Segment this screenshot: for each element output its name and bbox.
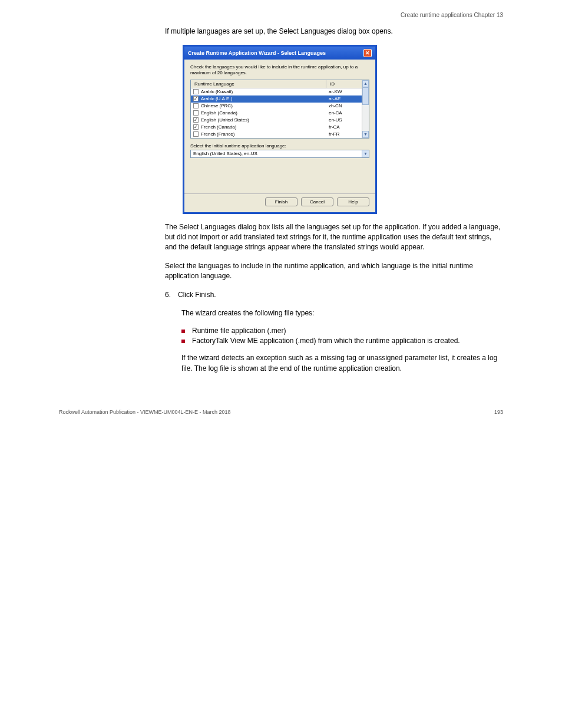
list-item-id: en-CA: [326, 110, 362, 116]
step-6: 6.Click Finish.: [165, 290, 501, 300]
list-item-id: zh-CN: [326, 103, 362, 108]
list-item-label: Arabic (Kuwait): [201, 89, 326, 94]
close-icon[interactable]: ✕: [363, 49, 372, 57]
list-item[interactable]: English (Canada) en-CA: [191, 110, 362, 117]
finish-button[interactable]: Finish: [265, 197, 297, 206]
checkbox[interactable]: ✓: [193, 117, 199, 123]
list-item-id: en-US: [326, 117, 362, 123]
paragraph: The Select Languages dialog box lists al…: [165, 222, 501, 253]
page-footer: Rockwell Automation Publication - VIEWME…: [59, 409, 503, 415]
list-item-label: Arabic (U.A.E.): [201, 96, 326, 101]
list-item-id: ar-KW: [326, 89, 362, 94]
select-languages-dialog: Create Runtime Application Wizard - Sele…: [183, 45, 377, 213]
list-item-label: French (Canada): [201, 124, 326, 130]
list-item-label: Chinese (PRC): [201, 103, 326, 108]
list-item-id: fr-FR: [326, 131, 362, 137]
list-item[interactable]: French (France) fr-FR: [191, 131, 362, 138]
checkbox[interactable]: [193, 131, 199, 137]
scroll-thumb[interactable]: [362, 87, 369, 105]
dialog-figure: Create Runtime Application Wizard - Sele…: [183, 45, 503, 213]
list-item[interactable]: Chinese (PRC) zh-CN: [191, 103, 362, 110]
list-item-id: fr-CA: [326, 124, 362, 130]
dialog-separator: [184, 193, 375, 194]
list-item[interactable]: Arabic (Kuwait) ar-KW: [191, 88, 362, 95]
page-running-header: Create runtime applications Chapter 13: [59, 12, 503, 18]
dialog-description: Check the languages you would like to in…: [190, 64, 369, 75]
col-header-id[interactable]: ID: [326, 80, 362, 88]
footer-left: Rockwell Automation Publication - VIEWME…: [59, 409, 231, 415]
scroll-down-icon[interactable]: ▼: [362, 131, 369, 138]
dialog-titlebar[interactable]: Create Runtime Application Wizard - Sele…: [184, 47, 375, 60]
bullet-item: FactoryTalk View ME application (.med) f…: [181, 337, 500, 345]
footer-right: 193: [494, 409, 503, 415]
scrollbar[interactable]: ▲ ▼: [362, 80, 369, 138]
chevron-down-icon[interactable]: ▼: [362, 150, 369, 157]
checkbox[interactable]: [193, 110, 199, 116]
language-listbox[interactable]: Runtime Language ID Arabic (Kuwait) ar-K…: [190, 80, 369, 139]
list-item[interactable]: ✓ French (Canada) fr-CA: [191, 124, 362, 131]
bullet-text: FactoryTalk View ME application (.med) f…: [192, 337, 460, 345]
list-item-label: English (United States): [201, 117, 326, 123]
square-bullet-icon: [181, 340, 185, 343]
initial-language-select[interactable]: English (United States), en-US ▼: [190, 150, 369, 158]
intro-text: If multiple languages are set up, the Se…: [165, 27, 501, 37]
bullet-text: Runtime file application (.mer): [192, 327, 286, 335]
checkbox[interactable]: ✓: [193, 124, 199, 130]
col-header-language[interactable]: Runtime Language: [191, 80, 326, 88]
paragraph: Select the languages to include in the r…: [165, 261, 501, 282]
list-item-label: English (Canada): [201, 110, 326, 116]
checkbox[interactable]: [193, 89, 199, 94]
help-button[interactable]: Help: [337, 197, 369, 206]
checkbox[interactable]: [193, 103, 199, 108]
initial-language-value: English (United States), en-US: [191, 151, 362, 156]
list-item-id: ar-AE: [326, 96, 362, 101]
list-item-label: French (France): [201, 131, 326, 137]
list-item[interactable]: ✓ Arabic (U.A.E.) ar-AE: [191, 95, 362, 103]
step-number: 6.: [165, 290, 178, 300]
scroll-track[interactable]: [362, 87, 369, 131]
initial-language-label: Select the initial runtime application l…: [190, 143, 369, 149]
header-right: Create runtime applications Chapter 13: [401, 12, 503, 18]
checkbox[interactable]: ✓: [193, 96, 199, 101]
square-bullet-icon: [181, 330, 185, 333]
cancel-button[interactable]: Cancel: [301, 197, 333, 206]
paragraph: The wizard creates the following file ty…: [181, 308, 503, 318]
dialog-title-text: Create Runtime Application Wizard - Sele…: [188, 50, 326, 56]
list-header: Runtime Language ID: [191, 80, 362, 88]
list-item[interactable]: ✓ English (United States) en-US: [191, 117, 362, 124]
bullet-item: Runtime file application (.mer): [181, 327, 500, 335]
paragraph: If the wizard detects an exception such …: [181, 353, 503, 374]
scroll-up-icon[interactable]: ▲: [362, 80, 369, 87]
step-text: Click Finish.: [178, 291, 216, 299]
